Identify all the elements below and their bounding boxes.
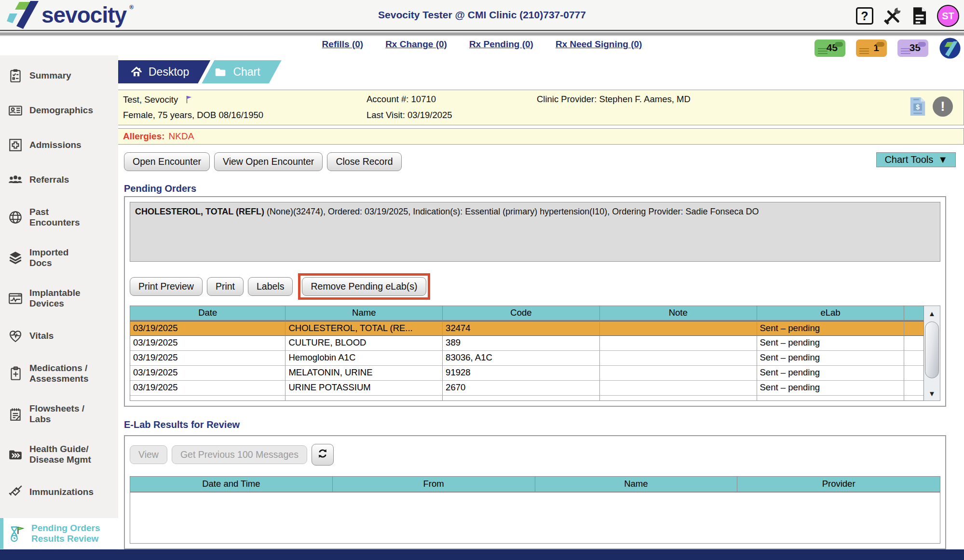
- sidebar-label: Assessments: [29, 373, 89, 384]
- sidebar-item-admissions[interactable]: Admissions: [0, 136, 118, 154]
- badge-count: 45: [827, 42, 838, 53]
- cell-name: MELATONIN, URINE: [285, 366, 443, 381]
- sidebar-item-demographics[interactable]: Demographics: [0, 102, 118, 119]
- scroll-down-icon[interactable]: ▼: [924, 386, 940, 400]
- sidebar-item-imported-docs[interactable]: ImportedDocs: [0, 246, 118, 269]
- labels-button[interactable]: Labels: [248, 277, 293, 296]
- summary-clipboard-icon: [8, 68, 23, 83]
- alert-icon[interactable]: !: [933, 96, 953, 117]
- sevocity-logo: sevocity ®: [7, 1, 134, 29]
- sidebar-label: Medications /: [29, 363, 89, 373]
- table-row[interactable]: 03/19/2025 Hemoglobin A1C 83036, A1C Sen…: [130, 351, 923, 366]
- cell-code: 83036, A1C: [443, 351, 600, 366]
- elab-results-heading: E-Lab Results for Review: [124, 419, 964, 430]
- tab-chart[interactable]: Chart: [202, 60, 281, 83]
- elab-results-panel: View Get Previous 100 Messages Date and …: [124, 435, 946, 549]
- table-row[interactable]: 03/19/2025 MELATONIN, URINE 91928 Sent –…: [130, 366, 923, 381]
- sidebar-label: Immunizations: [29, 487, 94, 497]
- tools-icon[interactable]: [883, 6, 902, 26]
- cell-date: 03/19/2025: [130, 336, 285, 351]
- sidebar-item-vitals[interactable]: Vitals: [0, 327, 118, 345]
- badge-count: 1: [873, 42, 879, 53]
- billing-document-icon[interactable]: $: [909, 96, 927, 117]
- sidebar-label: Disease Mgmt: [29, 454, 91, 465]
- brand-wordmark: sevocity: [41, 1, 126, 29]
- registered-mark: ®: [129, 4, 134, 11]
- close-record-button[interactable]: Close Record: [327, 152, 401, 171]
- refills-link[interactable]: Refills (0): [322, 39, 364, 50]
- view-button[interactable]: View: [130, 445, 167, 464]
- sidebar-item-summary[interactable]: Summary: [0, 67, 118, 84]
- col-provider: Provider: [737, 477, 940, 493]
- sidebar-item-flowsheets-labs[interactable]: Flowsheets /Labs: [0, 402, 118, 426]
- patient-account: Account #: 10710: [367, 94, 436, 105]
- patient-banner: Test, Sevocity Female, 75 years, DOB 08/…: [118, 90, 964, 125]
- sidebar-item-past-encounters[interactable]: PastEncounters: [0, 206, 118, 229]
- sidebar-item-medications-assessments[interactable]: Medications /Assessments: [0, 362, 118, 385]
- elab-results-table: Date and Time From Name Provider: [130, 476, 940, 544]
- header-divider: [0, 30, 964, 36]
- cell-note: [600, 336, 757, 351]
- pending-orders-panel: CHOLESTEROL, TOTAL (REFL) (None)(32474),…: [124, 196, 946, 407]
- allergy-bar: Allergies: NKDA: [118, 128, 964, 145]
- cell-elab: Sent – pending: [757, 366, 905, 381]
- orange-count-badge[interactable]: 1: [856, 40, 887, 57]
- selected-order-summary[interactable]: CHOLESTEROL, TOTAL (REFL) (None)(32474),…: [130, 202, 940, 262]
- table-row[interactable]: 03/19/2025 CHOLESTEROL, TOTAL (RE... 324…: [130, 321, 923, 336]
- rx-change-link[interactable]: Rx Change (0): [385, 39, 447, 50]
- cell-date: 03/19/2025: [130, 321, 285, 336]
- cell-code: 32474: [443, 321, 600, 336]
- sevocity-logo-mark: [7, 1, 39, 29]
- sidebar-label: Flowsheets /: [29, 403, 84, 414]
- get-previous-messages-button[interactable]: Get Previous 100 Messages: [172, 445, 307, 464]
- sidebar-item-referrals[interactable]: Referrals: [0, 171, 118, 188]
- sidebar-item-immunizations[interactable]: Immunizations: [0, 483, 118, 501]
- avatar[interactable]: ST: [937, 5, 959, 27]
- cell-note: [600, 351, 757, 366]
- view-open-encounter-button[interactable]: View Open Encounter: [214, 152, 323, 171]
- chart-tools-button[interactable]: Chart Tools ▼: [876, 152, 956, 167]
- open-encounter-button[interactable]: Open Encounter: [124, 152, 210, 171]
- purple-count-badge[interactable]: 35: [897, 40, 928, 57]
- rx-pending-link[interactable]: Rx Pending (0): [469, 39, 533, 50]
- scroll-up-icon[interactable]: ▲: [924, 306, 940, 320]
- cell-spacer: [904, 321, 923, 336]
- device-monitor-icon: [8, 291, 23, 306]
- cell-date: 03/19/2025: [130, 351, 285, 366]
- green-count-badge[interactable]: 45: [815, 40, 845, 57]
- sidebar-label: Demographics: [29, 105, 93, 116]
- clinic-provider: Clinic Provider: Stephen F. Aames, MD: [537, 94, 691, 105]
- chart-content: Desktop Chart Test, Sevocity Female, 75 …: [118, 55, 964, 549]
- syringe-icon: [8, 484, 23, 500]
- home-icon: [130, 66, 143, 78]
- scrollbar-thumb[interactable]: [925, 321, 939, 378]
- heart-pulse-icon: [8, 328, 23, 344]
- remove-pending-elabs-button[interactable]: Remove Pending eLab(s): [302, 277, 426, 296]
- table-row[interactable]: 03/19/2025 CULTURE, BLOOD 389 Sent – pen…: [130, 336, 923, 351]
- quick-links-row: Refills (0) Rx Change (0) Rx Pending (0)…: [0, 36, 964, 55]
- cell-code: 2670: [443, 381, 600, 396]
- table-row[interactable]: 03/19/2025 URINE POTASSIUM 2670 Sent – p…: [130, 381, 923, 396]
- print-button[interactable]: Print: [207, 277, 244, 296]
- refresh-button[interactable]: [312, 444, 334, 466]
- rx-need-signing-link[interactable]: Rx Need Signing (0): [556, 39, 642, 50]
- table-scrollbar[interactable]: ▲ ▼: [924, 306, 940, 401]
- patient-name: Test, Sevocity: [123, 94, 178, 105]
- tab-desktop[interactable]: Desktop: [118, 60, 210, 83]
- cell-note: [600, 321, 757, 336]
- cell-elab: Sent – pending: [757, 351, 905, 366]
- sidebar-item-pending-orders-results-review[interactable]: Pending OrdersResults Review: [0, 518, 118, 549]
- cell-elab: Sent – pending: [757, 381, 905, 396]
- document-icon[interactable]: [912, 7, 927, 25]
- cell-name: URINE POTASSIUM: [285, 381, 443, 396]
- help-icon[interactable]: ?: [856, 7, 873, 25]
- sidebar-item-health-guide[interactable]: Health Guide/Disease Mgmt: [0, 443, 118, 466]
- col-elab: eLab: [757, 306, 905, 321]
- badge-count: 35: [910, 42, 921, 53]
- print-preview-button[interactable]: Print Preview: [130, 277, 203, 296]
- sidebar: Summary Demographics Admissions: [0, 55, 118, 549]
- table-header-row: Date Name Code Note eLab: [130, 306, 923, 321]
- cell-name: CULTURE, BLOOD: [285, 336, 443, 351]
- sidebar-label: Health Guide/: [29, 444, 91, 454]
- sidebar-item-implantable-devices[interactable]: ImplantableDevices: [0, 287, 118, 310]
